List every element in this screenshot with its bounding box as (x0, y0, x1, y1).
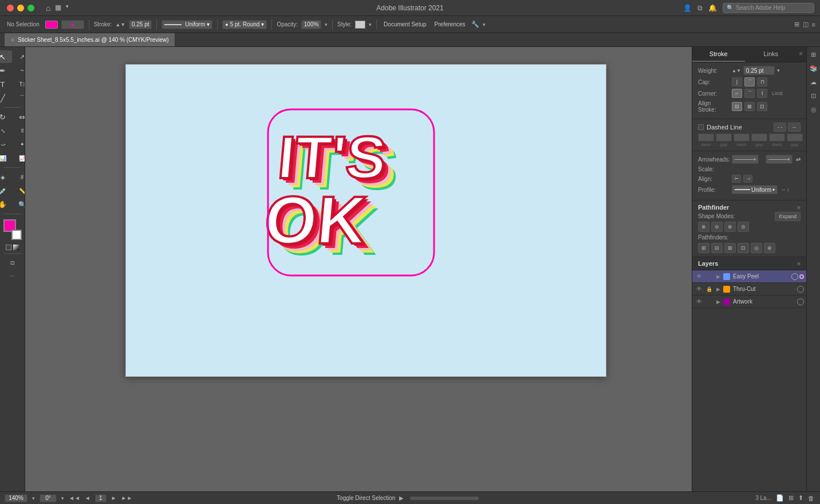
dash-style-2-btn[interactable]: -- (788, 123, 801, 132)
scroll-bar[interactable] (410, 497, 479, 500)
align-right-btn[interactable]: ⊣ (743, 175, 752, 183)
layers-menu-icon[interactable]: ≡ (797, 261, 801, 267)
vertical-type-tool[interactable]: T⃒ (13, 78, 26, 90)
gradient-tool[interactable]: ◈ (0, 171, 12, 183)
nav-last-icon[interactable]: ►► (121, 495, 133, 501)
align-left-btn[interactable]: ⊢ (732, 175, 741, 183)
window-icon[interactable]: ⧉ (697, 4, 703, 12)
expand-label[interactable]: Expand (775, 212, 801, 221)
warp-tool[interactable]: ⤻ (0, 138, 12, 151)
stroke-type-dropdown[interactable]: Uniform ▾ (161, 20, 212, 29)
corner-bevel-btn[interactable]: ⌇ (757, 89, 767, 98)
transform-icon[interactable]: ⊡ (809, 90, 819, 101)
wrench-chevron[interactable]: ▾ (483, 22, 486, 27)
opacity-chevron[interactable]: ▾ (325, 22, 328, 27)
more-tools[interactable]: ··· (10, 273, 14, 279)
corner-round-btn[interactable]: ⌒ (744, 89, 755, 98)
stroke-up-icon[interactable]: ▲▼ (115, 22, 125, 27)
zoom-tool[interactable]: 🔍 (13, 198, 26, 211)
outline-btn[interactable]: ◎ (751, 243, 762, 253)
bar-graph-tool[interactable]: 📈 (13, 152, 26, 164)
angle-chevron[interactable]: ▾ (61, 495, 64, 501)
layer-lock-thrucut[interactable]: 🔒 (705, 286, 713, 292)
angle-input[interactable]: 0° (40, 494, 57, 502)
weight-up-down[interactable]: ▲▼ (732, 68, 741, 73)
links-tab[interactable]: Links (745, 47, 798, 62)
page-input[interactable]: 1 (95, 494, 107, 502)
bell-icon[interactable]: 🔔 (708, 4, 717, 12)
arrange-icon[interactable]: ⊞ (789, 494, 794, 502)
zoom-chevron[interactable]: ▾ (32, 495, 35, 501)
chevron-down-icon[interactable]: ▾ (66, 3, 69, 13)
appearance-icon[interactable]: ◎ (809, 104, 819, 115)
layer-circle-thrucut[interactable] (797, 286, 804, 293)
cap-round-btn[interactable]: ⌒ (744, 77, 755, 86)
align-center-btn[interactable]: ⊟ (732, 102, 742, 111)
dashed-line-checkbox[interactable] (698, 124, 704, 130)
rotate-tool[interactable]: ↻ (0, 111, 12, 123)
zoom-input[interactable]: 140% (5, 494, 27, 502)
arrowhead-end-dropdown[interactable]: ▾ (766, 155, 793, 164)
exclude-btn[interactable]: ⊘ (738, 222, 749, 232)
swap-arrowheads-icon[interactable]: ⇄ (796, 156, 801, 163)
layer-row-thrucut[interactable]: 👁 🔒 ▶ Thru-Cut (692, 283, 806, 296)
opacity-input[interactable]: 100% (301, 20, 321, 29)
layer-expand-easypeel[interactable]: ▶ (714, 274, 722, 279)
column-graph-tool[interactable]: 📊 (0, 152, 12, 164)
cap-square-btn[interactable]: ⊓ (757, 77, 767, 86)
measure-tool[interactable]: 📏 (13, 184, 26, 197)
unite-btn[interactable]: ⊕ (698, 222, 709, 232)
layer-expand-thrucut[interactable]: ▶ (714, 286, 722, 292)
profile-extra[interactable]: ↔ ↕ (781, 187, 789, 192)
none-icon[interactable] (6, 245, 11, 250)
dash-style-1-btn[interactable]: - - (774, 123, 786, 132)
gap2-input[interactable] (751, 133, 767, 141)
divide-btn[interactable]: ⊞ (698, 243, 709, 253)
trim-btn[interactable]: ⊟ (711, 243, 723, 253)
panel-menu-icon[interactable]: ≡ (797, 47, 806, 62)
layer-eye-thrucut[interactable]: 👁 (695, 286, 704, 292)
weight-input[interactable]: 0.25 pt (743, 66, 775, 75)
gap1-input[interactable] (716, 133, 732, 141)
canvas-area[interactable]: IT'S OK IT'S OK IT'S OK IT'S OK IT'S OK … (25, 47, 692, 491)
puppet-warp-tool[interactable]: ✦ (13, 138, 26, 151)
crop-btn[interactable]: ⊡ (738, 243, 749, 253)
dash2-input[interactable] (734, 133, 750, 141)
wrench-icon[interactable]: 🔧 (471, 21, 479, 28)
hand-tool[interactable]: ✋ (0, 198, 12, 211)
delete-icon[interactable]: 🗑 (808, 495, 814, 502)
minus-back-btn[interactable]: ⊕ (764, 243, 775, 253)
scale-tool[interactable]: ⤡ (0, 124, 12, 137)
layer-eye-easypeel[interactable]: 👁 (695, 273, 704, 279)
home-icon[interactable]: ⌂ (46, 3, 50, 13)
arrange-icon[interactable]: ⊞ (794, 21, 799, 28)
align-outside-btn[interactable]: ⊡ (757, 102, 767, 111)
artboard-tool[interactable]: ⊡ (3, 257, 22, 269)
shear-tool[interactable]: ⧖ (13, 124, 26, 137)
stroke-color[interactable] (11, 230, 22, 240)
tab-close-icon[interactable]: ✕ (10, 37, 15, 43)
layer-row-easypeel[interactable]: 👁 ▶ Easy Peel (692, 270, 806, 283)
layer-row-artwork[interactable]: 👁 ▶ Artwork (692, 296, 806, 308)
dash1-input[interactable] (698, 133, 714, 141)
toggle-icon[interactable]: ▶ (399, 495, 404, 501)
export-icon[interactable]: ⬆ (798, 494, 803, 502)
cc-libraries-icon[interactable]: ☁ (809, 77, 819, 87)
selection-tool[interactable]: ↖ (0, 50, 12, 63)
doc-setup-button[interactable]: Document Setup (381, 20, 429, 29)
pen-tool[interactable]: ✒ (0, 64, 12, 77)
libraries-icon[interactable]: 📚 (809, 63, 819, 73)
stroke-cap-dropdown[interactable]: ● 5 pt. Round ▾ (222, 20, 267, 29)
stroke-color-input[interactable]: ■ (61, 20, 84, 29)
direct-selection-tool[interactable]: ↗ (13, 50, 26, 63)
merge-btn[interactable]: ⊠ (724, 243, 736, 253)
stroke-tab[interactable]: Stroke (692, 47, 745, 62)
pathfinder-menu-icon[interactable]: ≡ (797, 204, 801, 211)
preferences-button[interactable]: Preferences (432, 20, 468, 29)
layer-expand-artwork[interactable]: ▶ (714, 299, 722, 305)
panel-icon[interactable]: ◫ (803, 21, 809, 28)
style-chevron[interactable]: ▾ (369, 22, 372, 27)
menu-icon[interactable]: ≡ (812, 21, 815, 28)
intersect-btn[interactable]: ⊗ (724, 222, 736, 232)
eyedropper-tool[interactable]: 💉 (0, 184, 12, 197)
